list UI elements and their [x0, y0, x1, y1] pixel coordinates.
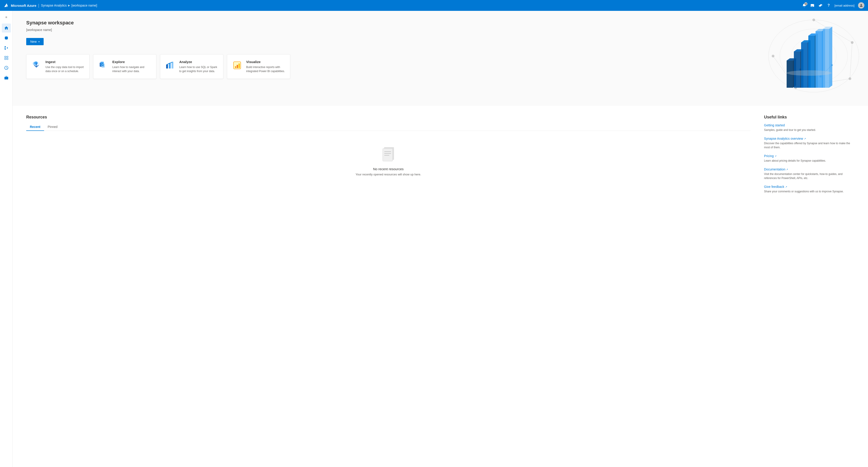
sidebar-toggle[interactable]: ≡: [2, 13, 11, 22]
workspace-breadcrumb: [workspace name]: [71, 4, 97, 7]
ext-icon-4: ↗: [785, 186, 787, 188]
card-explore[interactable]: Explore Learn how to navigate and intera…: [93, 54, 156, 79]
link-give-feedback: Give feedback ↗ Share your comments or s…: [764, 185, 855, 193]
synapse-overview-desc: Discover the capabilities offered by Syn…: [764, 141, 855, 149]
give-feedback-desc: Share your comments or suggestions with …: [764, 189, 855, 193]
analyze-title: Analyze: [179, 60, 219, 64]
new-button[interactable]: New ▾: [26, 38, 43, 45]
workspace-name-label: [workspace name]: [26, 28, 855, 32]
card-ingest[interactable]: Ingest Use the copy data tool to import …: [26, 54, 90, 79]
svg-rect-52: [172, 62, 174, 68]
getting-started-desc: Samples, guide and tour to get you start…: [764, 128, 855, 132]
documentation-desc: Visit the documentation center for quick…: [764, 172, 855, 180]
empty-resources: No recent resources Your recently opened…: [26, 136, 750, 185]
svg-rect-56: [237, 65, 238, 68]
topnav-right: 11 ? [email address]: [802, 2, 864, 8]
svg-rect-5: [6, 58, 8, 60]
dropdown-arrow-icon: ▾: [38, 40, 39, 43]
visualize-desc: Build interactive reports with integrate…: [246, 65, 285, 73]
ingest-title: Ingest: [45, 60, 85, 64]
topnav: Microsoft Azure | Synapse Analytics ▶ [w…: [0, 0, 868, 11]
empty-desc: Your recently opened resources will show…: [355, 173, 421, 176]
empty-title: No recent resources: [373, 167, 403, 171]
svg-point-0: [861, 4, 862, 5]
sidebar-item-monitor[interactable]: [2, 63, 11, 72]
svg-rect-2: [4, 56, 6, 58]
help-icon[interactable]: ?: [827, 3, 831, 8]
notifications-icon[interactable]: 11: [802, 3, 807, 8]
svg-rect-51: [169, 63, 170, 68]
sidebar-item-home[interactable]: [2, 24, 11, 33]
svg-rect-59: [383, 149, 393, 161]
user-email[interactable]: [email address]: [835, 4, 855, 7]
nav-separator: |: [38, 3, 39, 8]
resources-right: Useful links Getting started Samples, gu…: [764, 115, 855, 458]
useful-links-title: Useful links: [764, 115, 855, 120]
hero-illustration: [755, 11, 868, 97]
synapse-overview-link[interactable]: Synapse Analytics overview ↗: [764, 137, 806, 141]
ext-icon-2: ↗: [775, 155, 776, 157]
cards-row: Ingest Use the copy data tool to import …: [26, 54, 855, 79]
svg-point-44: [34, 61, 38, 65]
empty-state-icon: [380, 145, 396, 163]
sidebar-item-data[interactable]: [2, 33, 11, 42]
svg-rect-3: [6, 56, 8, 58]
brand-label: Microsoft Azure: [11, 4, 36, 7]
analyze-icon: [165, 60, 176, 71]
layout: ≡: [0, 11, 868, 467]
documentation-link[interactable]: Documentation ↗: [764, 167, 788, 171]
explore-desc: Learn how to navigate and interact with …: [112, 65, 152, 73]
card-analyze[interactable]: Analyze Learn how to use SQL or Spark to…: [160, 54, 223, 79]
brand: Microsoft Azure: [4, 3, 36, 8]
analyze-desc: Learn how to use SQL or Spark to get ins…: [179, 65, 219, 73]
pricing-desc: Learn about pricing details for Synapse …: [764, 159, 855, 163]
explore-icon: [98, 60, 109, 71]
link-getting-started: Getting started Samples, guide and tour …: [764, 123, 855, 132]
svg-rect-55: [235, 66, 236, 68]
tab-recent[interactable]: Recent: [26, 123, 44, 131]
ingest-desc: Use the copy data tool to import data on…: [45, 65, 85, 73]
breadcrumb-chevron: ▶: [68, 4, 70, 7]
notification-badge: 11: [804, 2, 807, 5]
sidebar-item-integrate[interactable]: [2, 53, 11, 62]
ingest-icon: [31, 60, 42, 71]
link-pricing: Pricing ↗ Learn about pricing details fo…: [764, 154, 855, 163]
card-visualize[interactable]: Visualize Build interactive reports with…: [227, 54, 290, 79]
resources-title: Resources: [26, 115, 750, 120]
user-avatar[interactable]: [858, 2, 864, 8]
settings-icon[interactable]: [818, 3, 823, 8]
ext-icon-1: ↗: [804, 137, 806, 140]
explore-title: Explore: [112, 60, 152, 64]
visualize-title: Visualize: [246, 60, 285, 64]
hero-section: Synapse workspace [workspace name] New ▾: [13, 11, 868, 106]
getting-started-link[interactable]: Getting started: [764, 123, 785, 127]
tab-pinned[interactable]: Pinned: [44, 123, 61, 131]
resources-section: Resources Recent Pinned: [13, 106, 868, 467]
sidebar-item-manage[interactable]: [2, 73, 11, 82]
workspace-title: Synapse workspace: [26, 20, 855, 26]
pricing-link[interactable]: Pricing ↗: [764, 154, 776, 158]
link-documentation: Documentation ↗ Visit the documentation …: [764, 167, 855, 180]
visualize-icon: [232, 60, 243, 71]
svg-rect-50: [166, 64, 168, 68]
resources-left: Resources Recent Pinned: [26, 115, 750, 458]
sidebar: ≡: [0, 11, 13, 467]
give-feedback-link[interactable]: Give feedback ↗: [764, 185, 787, 188]
sidebar-item-develop[interactable]: [2, 43, 11, 53]
svg-rect-4: [4, 58, 6, 60]
ext-icon-3: ↗: [786, 168, 788, 171]
breadcrumb: Synapse Analytics ▶ [workspace name]: [41, 4, 97, 7]
azure-logo-icon: [4, 3, 9, 8]
resources-tabs: Recent Pinned: [26, 123, 750, 131]
main-content: Synapse workspace [workspace name] New ▾: [13, 11, 868, 467]
svg-rect-57: [239, 64, 240, 68]
cloud-shell-icon[interactable]: [810, 3, 815, 8]
link-synapse-overview: Synapse Analytics overview ↗ Discover th…: [764, 136, 855, 149]
product-name: Synapse Analytics: [41, 4, 67, 7]
